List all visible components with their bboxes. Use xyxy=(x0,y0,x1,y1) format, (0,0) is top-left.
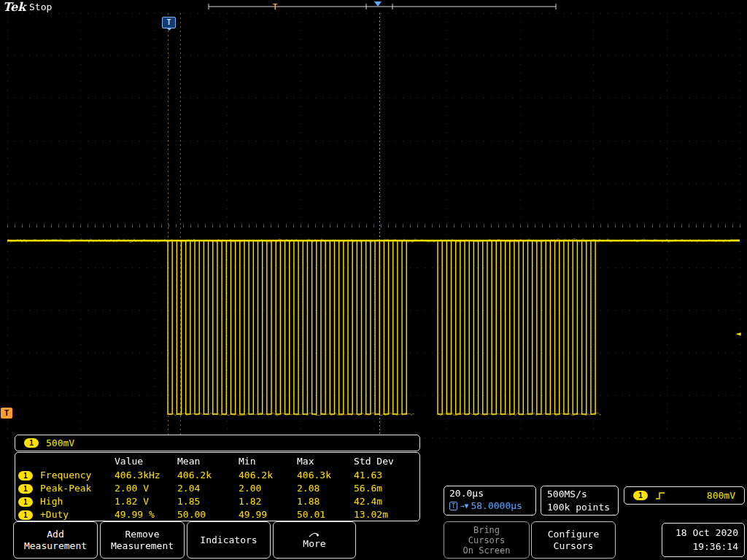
measurement-row-peak-peak: 1 Peak-Peak 2.00 V 2.04 2.00 2.08 56.6m xyxy=(18,481,417,494)
measurement-stddev: 56.6m xyxy=(354,483,417,494)
measurement-value: 2.00 V xyxy=(115,483,177,494)
datetime-box: 18 Oct 2020 19:36:14 xyxy=(662,523,745,557)
time-label: 19:36:14 xyxy=(662,540,738,553)
horizontal-scale: 20.0µs xyxy=(449,488,535,499)
acquisition-readout-box[interactable]: 500MS/s 100k points xyxy=(541,486,619,516)
measurement-mean: 50.00 xyxy=(177,509,239,520)
sample-rate: 500MS/s xyxy=(547,488,618,501)
channel1-badge: 1 xyxy=(18,510,33,520)
record-length: 100k points xyxy=(547,501,618,514)
measurement-name: Peak-Peak xyxy=(40,483,115,494)
measurement-header-row: Value Mean Min Max Std Dev xyxy=(18,454,417,468)
trigger-position-flag[interactable]: T xyxy=(162,17,176,28)
channel1-badge: 1 xyxy=(24,438,39,448)
more-button[interactable]: More xyxy=(273,521,356,559)
measurement-max: 406.3k xyxy=(297,470,354,481)
measurement-min: 406.2k xyxy=(239,470,297,481)
trigger-level-flag[interactable]: T xyxy=(1,408,12,419)
col-header-min: Min xyxy=(239,456,297,467)
date-label: 18 Oct 2020 xyxy=(662,526,738,540)
trigger-delay-readout: T →▼ 58.0000µs xyxy=(449,500,535,511)
channel1-badge: 1 xyxy=(18,497,33,507)
measurement-min: 2.00 xyxy=(239,483,297,494)
record-trigger-label: T xyxy=(273,2,278,12)
add-measurement-button[interactable]: Add Measurement xyxy=(13,521,98,559)
trigger-readout-box[interactable]: 1 800mV xyxy=(624,486,745,505)
measurement-stddev: 41.63 xyxy=(354,470,417,481)
more-icon xyxy=(308,531,321,538)
channel1-badge: 1 xyxy=(18,471,33,481)
trigger-level-value: 800mV xyxy=(707,490,735,501)
trigger-level-arrow-icon: ◄ xyxy=(736,330,741,338)
measurement-value: 1.82 V xyxy=(115,496,177,507)
measurement-mean: 1.85 xyxy=(177,496,239,507)
col-header-max: Max xyxy=(297,456,354,467)
measurement-row-duty: 1 +Duty 49.99 % 50.00 49.99 50.01 13.02m xyxy=(18,508,417,521)
measurement-max: 50.01 xyxy=(297,509,354,520)
configure-cursors-button[interactable]: Configure Cursors xyxy=(531,521,616,559)
bring-cursors-on-screen-button[interactable]: Bring Cursors On Screen xyxy=(444,521,530,559)
more-label: More xyxy=(303,538,325,550)
tek-logo: Tek xyxy=(3,0,26,14)
oscilloscope-screen: Tek Stop T T T ◄ 1 500mV Value Mean Min … xyxy=(0,0,747,560)
measurement-stddev: 13.02m xyxy=(354,509,417,520)
measurement-stddev: 42.4m xyxy=(354,496,417,507)
measurement-row-frequency: 1 Frequency 406.3kHz 406.2k 406.2k 406.3… xyxy=(18,468,417,481)
col-header-stddev: Std Dev xyxy=(354,456,417,467)
col-header-mean: Mean xyxy=(177,456,239,467)
indicators-button[interactable]: Indicators xyxy=(187,521,271,559)
measurement-value: 406.3kHz xyxy=(115,470,177,481)
remove-measurement-button[interactable]: Remove Measurement xyxy=(100,521,185,559)
measurement-value: 49.99 % xyxy=(115,509,177,520)
col-header-value: Value xyxy=(115,456,177,467)
measurement-max: 2.08 xyxy=(297,483,354,494)
measurement-mean: 2.04 xyxy=(177,483,239,494)
measurement-mean: 406.2k xyxy=(177,470,239,481)
channel1-scale: 500mV xyxy=(46,438,74,448)
trigger-slope-icon xyxy=(655,491,665,501)
acquisition-status: Stop xyxy=(29,1,52,12)
horizontal-readout-box[interactable]: 20.0µs T →▼ 58.0000µs xyxy=(444,486,536,516)
measurement-min: 49.99 xyxy=(239,509,297,520)
trigger-delay-value: 58.0000µs xyxy=(471,500,522,511)
channel1-readout-box[interactable]: 1 500mV xyxy=(15,435,420,451)
delay-arrow-icon: →▼ xyxy=(460,502,468,510)
trigger-source-badge: 1 xyxy=(633,491,648,500)
measurement-max: 1.88 xyxy=(297,496,354,507)
trigger-glyph-icon: T xyxy=(449,502,457,510)
measurement-name: Frequency xyxy=(40,470,115,481)
record-view-bar[interactable]: T xyxy=(204,0,562,12)
channel1-badge: 1 xyxy=(18,484,33,494)
measurement-row-high: 1 High 1.82 V 1.85 1.82 1.88 42.4m xyxy=(18,494,417,508)
expansion-point-icon xyxy=(374,1,382,7)
measurement-table: Value Mean Min Max Std Dev 1 Frequency 4… xyxy=(15,452,420,521)
measurement-name: +Duty xyxy=(40,509,115,520)
measurement-min: 1.82 xyxy=(239,496,297,507)
measurement-name: High xyxy=(40,496,115,507)
